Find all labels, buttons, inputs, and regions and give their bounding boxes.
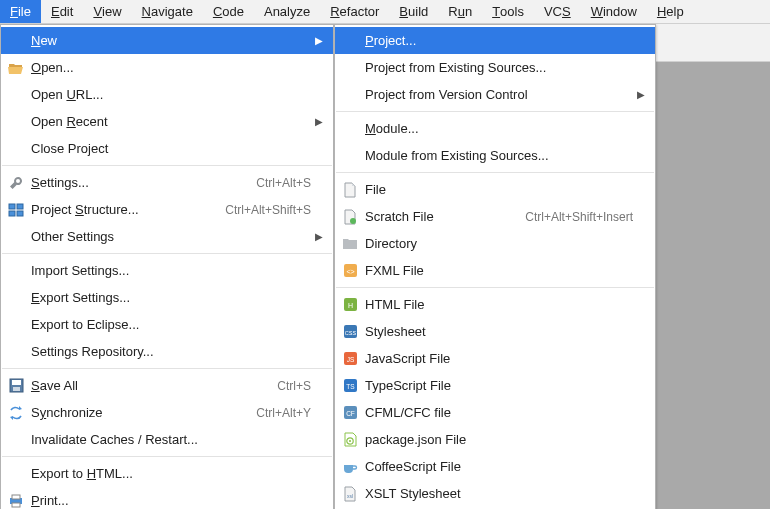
svg-rect-0	[9, 204, 15, 209]
menu-item-label: Scratch File	[365, 209, 507, 224]
menu-item-label: Project Structure...	[31, 202, 207, 217]
menu-item-label: Close Project	[31, 141, 311, 156]
blank-icon	[341, 87, 359, 103]
menu-item-label: XSLT Stylesheet	[365, 486, 633, 501]
menu-item-module-from-existing-sources[interactable]: Module from Existing Sources...	[335, 142, 655, 169]
menubar-item-analyze[interactable]: Analyze	[254, 0, 320, 23]
menu-item-print[interactable]: Print...	[1, 487, 333, 509]
menubar-item-refactor[interactable]: Refactor	[320, 0, 389, 23]
menu-separator	[336, 172, 654, 173]
menu-item-typescript-file[interactable]: TSTypeScript File	[335, 372, 655, 399]
menu-item-project[interactable]: Project...	[335, 27, 655, 54]
menu-item-package-json-file[interactable]: package.json File	[335, 426, 655, 453]
menu-item-label: Synchronize	[31, 405, 238, 420]
menu-item-label: File	[365, 182, 633, 197]
blank-icon	[7, 317, 25, 333]
print-icon	[7, 493, 25, 509]
blank-icon	[7, 229, 25, 245]
menu-item-shortcut: Ctrl+Alt+Shift+S	[225, 203, 311, 217]
svg-text:H: H	[347, 302, 352, 309]
svg-point-10	[350, 218, 356, 224]
menu-item-invalidate-caches-restart[interactable]: Invalidate Caches / Restart...	[1, 426, 333, 453]
menu-item-label: HTML File	[365, 297, 633, 312]
new-submenu: Project...Project from Existing Sources.…	[334, 24, 656, 509]
menu-item-label: Invalidate Caches / Restart...	[31, 432, 311, 447]
menu-item-project-from-existing-sources[interactable]: Project from Existing Sources...	[335, 54, 655, 81]
menubar-item-navigate[interactable]: Navigate	[132, 0, 203, 23]
menu-item-xslt-stylesheet[interactable]: xslXSLT Stylesheet	[335, 480, 655, 507]
js-icon: JS	[341, 351, 359, 367]
coffee-icon	[341, 459, 359, 475]
menu-item-file[interactable]: File	[335, 176, 655, 203]
menu-item-html-file[interactable]: HHTML File	[335, 291, 655, 318]
menu-separator	[336, 287, 654, 288]
menu-item-shortcut: Ctrl+Alt+S	[256, 176, 311, 190]
svg-rect-2	[9, 211, 15, 216]
html-icon: H	[341, 297, 359, 313]
menu-item-cfml-cfc-file[interactable]: CFCFML/CFC file	[335, 399, 655, 426]
menu-item-open[interactable]: Open...	[1, 54, 333, 81]
menubar-item-vcs[interactable]: VCS	[534, 0, 581, 23]
menubar-item-file[interactable]: File	[0, 0, 41, 23]
sync-icon	[7, 405, 25, 421]
svg-rect-3	[17, 211, 23, 216]
menu-item-scratch-file[interactable]: Scratch FileCtrl+Alt+Shift+Insert	[335, 203, 655, 230]
menu-item-settings-repository[interactable]: Settings Repository...	[1, 338, 333, 365]
toolbar-strip	[656, 24, 770, 62]
svg-text:TS: TS	[346, 383, 355, 390]
menubar-item-tools[interactable]: Tools	[482, 0, 534, 23]
menu-item-fxml-file[interactable]: <>FXML File	[335, 257, 655, 284]
blank-icon	[7, 114, 25, 130]
menu-item-module[interactable]: Module...	[335, 115, 655, 142]
menu-item-project-from-version-control[interactable]: Project from Version Control▶	[335, 81, 655, 108]
menu-item-label: FXML File	[365, 263, 633, 278]
menu-item-open-url[interactable]: Open URL...	[1, 81, 333, 108]
menu-item-save-all[interactable]: Save AllCtrl+S	[1, 372, 333, 399]
menubar-item-run[interactable]: Run	[438, 0, 482, 23]
scratch-icon	[341, 209, 359, 225]
menu-item-close-project[interactable]: Close Project	[1, 135, 333, 162]
menu-item-javascript-file[interactable]: JSJavaScript File	[335, 345, 655, 372]
menu-item-label: Stylesheet	[365, 324, 633, 339]
menubar-item-view[interactable]: View	[83, 0, 131, 23]
menubar-item-window[interactable]: Window	[581, 0, 647, 23]
menubar-item-edit[interactable]: Edit	[41, 0, 83, 23]
menu-separator	[336, 111, 654, 112]
menu-item-shortcut: Ctrl+Alt+Shift+Insert	[525, 210, 633, 224]
menu-item-label: Open...	[31, 60, 311, 75]
menubar-item-build[interactable]: Build	[389, 0, 438, 23]
menu-item-coffeescript-file[interactable]: CoffeeScript File	[335, 453, 655, 480]
menu-item-settings[interactable]: Settings...Ctrl+Alt+S	[1, 169, 333, 196]
menu-item-other-settings[interactable]: Other Settings▶	[1, 223, 333, 250]
menu-item-export-to-html[interactable]: Export to HTML...	[1, 460, 333, 487]
menu-item-synchronize[interactable]: SynchronizeCtrl+Alt+Y	[1, 399, 333, 426]
structure-icon	[7, 202, 25, 218]
svg-rect-5	[12, 380, 21, 385]
folder-open-icon	[7, 60, 25, 76]
menubar-item-help[interactable]: Help	[647, 0, 694, 23]
menu-item-export-settings[interactable]: Export Settings...	[1, 284, 333, 311]
xslt-icon: xsl	[341, 486, 359, 502]
menu-item-directory[interactable]: Directory	[335, 230, 655, 257]
svg-text:<>: <>	[346, 268, 354, 275]
menu-item-label: CFML/CFC file	[365, 405, 633, 420]
menu-item-stylesheet[interactable]: CSSStylesheet	[335, 318, 655, 345]
menu-item-label: Save All	[31, 378, 259, 393]
file-menu: New▶Open...Open URL...Open Recent▶Close …	[0, 24, 334, 509]
menu-item-new[interactable]: New▶	[1, 27, 333, 54]
svg-text:CF: CF	[346, 410, 355, 417]
menubar-item-code[interactable]: Code	[203, 0, 254, 23]
menu-item-label: Open URL...	[31, 87, 311, 102]
menu-item-open-recent[interactable]: Open Recent▶	[1, 108, 333, 135]
menu-item-project-structure[interactable]: Project Structure...Ctrl+Alt+Shift+S	[1, 196, 333, 223]
cf-icon: CF	[341, 405, 359, 421]
menu-item-export-to-eclipse[interactable]: Export to Eclipse...	[1, 311, 333, 338]
menu-item-shortcut: Ctrl+Alt+Y	[256, 406, 311, 420]
menu-separator	[2, 368, 332, 369]
ts-icon: TS	[341, 378, 359, 394]
blank-icon	[7, 263, 25, 279]
menu-item-import-settings[interactable]: Import Settings...	[1, 257, 333, 284]
svg-rect-8	[12, 495, 20, 499]
folder-icon	[341, 236, 359, 252]
blank-icon	[7, 87, 25, 103]
